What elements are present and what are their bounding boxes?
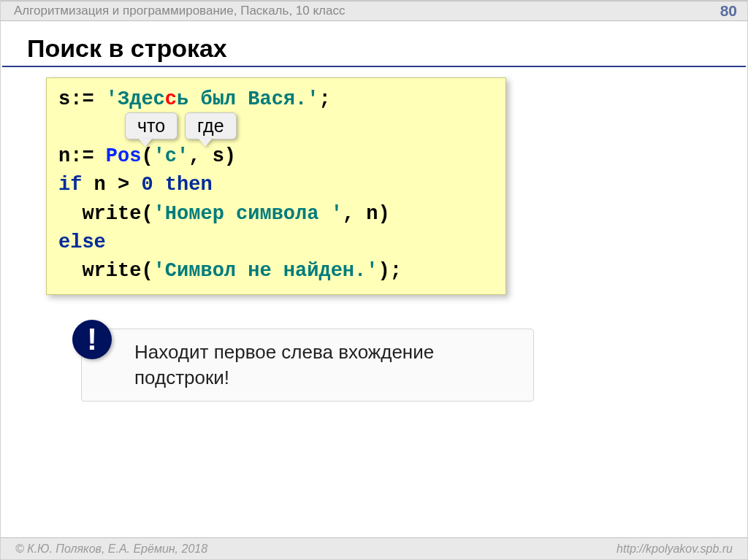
code-highlight: с [165, 88, 177, 110]
code-number: 0 [141, 174, 153, 196]
code-keyword: else [58, 231, 106, 253]
code-text: ); [378, 260, 401, 282]
code-string: 'Символ не найден.' [153, 260, 378, 282]
header-topic: Алгоритмизация и программирование, Паска… [14, 4, 345, 18]
slide-footer: © К.Ю. Поляков, Е.А. Ерёмин, 2018 http:/… [1, 537, 747, 559]
code-content: s:= 'Здессь был Вася.'; n:= Pos('с', s) … [46, 77, 506, 295]
code-text: ; [318, 88, 330, 110]
note-callout: ! Находит первое слева вхождение подстро… [81, 329, 534, 402]
code-text: n:= [58, 145, 106, 167]
note-text: Находит первое слева вхождение подстроки… [81, 329, 534, 402]
bubble-where: где [185, 112, 237, 139]
code-func: Pos [106, 145, 142, 167]
code-text [153, 174, 165, 196]
code-keyword: then [165, 174, 213, 196]
code-string: 'Здес [106, 88, 165, 110]
code-text: ( [141, 145, 153, 167]
code-block: s:= 'Здессь был Вася.'; n:= Pos('с', s) … [46, 77, 506, 295]
code-string: 'с' [153, 145, 189, 167]
footer-url: http://kpolyakov.spb.ru [617, 542, 733, 556]
code-text: , s) [188, 145, 236, 167]
annotation-bubbles: что где [125, 112, 237, 139]
page-number: 80 [720, 2, 737, 20]
code-text: s:= [58, 88, 106, 110]
code-string: 'Номер символа ' [153, 203, 343, 225]
code-string: ь был Вася.' [177, 88, 318, 110]
exclamation-icon: ! [72, 320, 112, 359]
code-keyword: if [58, 174, 82, 196]
slide-header: Алгоритмизация и программирование, Паска… [1, 1, 747, 21]
page-title: Поиск в строках [2, 21, 746, 67]
code-text: n > [82, 174, 141, 196]
code-text: write( [58, 260, 153, 282]
code-text: , n) [343, 203, 390, 225]
bubble-what: что [125, 112, 178, 139]
code-text: write( [58, 203, 153, 225]
footer-copyright: © К.Ю. Поляков, Е.А. Ерёмин, 2018 [15, 542, 207, 556]
